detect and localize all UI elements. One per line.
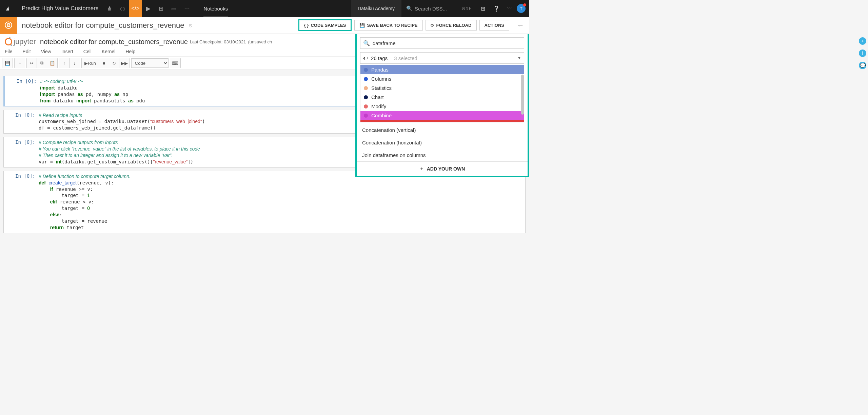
tag-pandas[interactable]: Pandas (360, 65, 524, 74)
run-icon[interactable]: ▶ (142, 0, 155, 17)
tags-count: 26 tags (371, 55, 388, 61)
recipe-icon[interactable]: ⓔ (0, 17, 17, 34)
menu-insert[interactable]: Insert (61, 49, 73, 54)
tag-chart[interactable]: Chart (360, 93, 524, 102)
global-search[interactable]: 🔍 Search DSS... ⌘⇧F (401, 0, 476, 17)
tag-list: Pandas Columns Statistics Chart Modify C… (360, 65, 524, 122)
scrollbar[interactable] (521, 75, 524, 115)
tag-color-dot (364, 104, 368, 108)
add-your-own-button[interactable]: ＋ADD YOUR OWN (357, 161, 528, 176)
apps-icon[interactable]: ⊞ (476, 0, 490, 17)
tag-color-dot (364, 114, 368, 118)
restart-button[interactable]: ↻ (109, 58, 119, 68)
more-icon[interactable]: ⋯ (180, 0, 193, 17)
user-avatar[interactable]: T (517, 4, 526, 13)
braces-icon: { } (304, 23, 309, 28)
save-back-button[interactable]: 💾SAVE BACK TO RECIPE (354, 20, 422, 31)
move-up-button[interactable]: ↑ (59, 58, 70, 68)
search-icon: 🔍 (363, 40, 370, 46)
code-icon[interactable]: </> (129, 0, 142, 17)
dataiku-academy-link[interactable]: Dataiku Academy (351, 0, 401, 17)
project-name[interactable]: Predict High Value Customers (17, 5, 103, 12)
collapse-panel-icon[interactable]: ← (512, 21, 529, 30)
chevron-down-icon: ▼ (517, 56, 521, 60)
cell-prompt: In [0]: (6, 173, 39, 231)
cell-prompt: In [0]: (6, 139, 39, 165)
tag-color-dot (364, 95, 368, 99)
command-palette-button[interactable]: ⌨ (170, 58, 180, 68)
help-icon[interactable]: ❔ (490, 0, 503, 17)
notebook-name[interactable]: notebook editor for compute_customers_re… (40, 38, 188, 46)
jupyter-logo-icon (5, 38, 12, 45)
code-samples-panel: 🔍 🏷 26 tags 3 selected ▼ Pandas Columns … (355, 34, 529, 177)
tag-color-dot (364, 68, 368, 72)
code-cell[interactable]: In [0]: # Define function to compute tar… (3, 171, 526, 233)
tags-filter[interactable]: 🏷 26 tags 3 selected ▼ (360, 52, 524, 64)
activity-icon[interactable]: 〰 (503, 0, 517, 17)
cell-code[interactable]: # Compute recipe outputs from inputs # Y… (39, 139, 200, 165)
sample-results: Concatenation (vertical) Concatenation (… (357, 124, 528, 161)
menu-view[interactable]: View (41, 49, 51, 54)
run-all-button[interactable]: ▶▶ (119, 58, 130, 68)
search-icon: 🔍 (406, 5, 413, 12)
force-reload-button[interactable]: ⟳FORCE RELOAD (426, 20, 477, 31)
cell-code[interactable]: # Define function to compute target colu… (39, 173, 131, 231)
insert-cell-button[interactable]: ＋ (15, 58, 25, 68)
menu-kernel[interactable]: Kernel (102, 49, 115, 54)
run-button[interactable]: ▶ Run (82, 58, 99, 68)
flow-icon[interactable]: ⋔ (103, 0, 116, 17)
cell-type-select[interactable]: Code (131, 58, 169, 68)
paste-cell-button[interactable]: 📋 (47, 58, 57, 68)
search-placeholder: Search DSS... (415, 6, 447, 12)
section-notebooks[interactable]: Notebooks (203, 6, 228, 12)
sample-result[interactable]: Concatenation (horizontal) (357, 136, 528, 149)
cell-prompt: In [0]: (6, 112, 39, 132)
cell-code[interactable]: # -*- coding: utf-8 -*- import dataiku i… (40, 78, 145, 104)
tag-modify[interactable]: Modify (360, 102, 524, 111)
cell-prompt: In [0]: (8, 78, 40, 104)
jupyter-logo: jupyter (5, 37, 36, 46)
save-notebook-button[interactable]: 💾 (2, 58, 13, 68)
tag-columns[interactable]: Columns (360, 74, 524, 83)
menu-file[interactable]: File (5, 49, 13, 54)
cycle-icon[interactable]: ◌ (116, 0, 129, 17)
menu-edit[interactable]: Edit (23, 49, 31, 54)
sample-result[interactable]: Concatenation (vertical) (357, 124, 528, 136)
link-icon[interactable]: ⎋ (189, 22, 192, 28)
tag-color-dot (364, 77, 368, 81)
copy-cell-button[interactable]: ⧉ (37, 58, 47, 68)
tag-statistics[interactable]: Statistics (360, 83, 524, 93)
dashboard-icon[interactable]: ⊞ (155, 0, 167, 17)
search-shortcut: ⌘⇧F (461, 6, 471, 11)
menu-cell[interactable]: Cell (83, 49, 92, 54)
reload-icon: ⟳ (431, 23, 434, 28)
tag-icon: 🏷 (363, 55, 368, 61)
plus-icon: ＋ (419, 166, 424, 172)
code-samples-button[interactable]: { }CODE SAMPLES (298, 19, 352, 31)
tags-selected-count: 3 selected (391, 55, 417, 61)
checkpoint-label: Last Checkpoint: 03/10/2021 (190, 39, 246, 44)
save-status: (unsaved ch (248, 39, 272, 44)
app-logo-icon[interactable] (0, 5, 17, 12)
tag-combine[interactable]: Combine (360, 111, 524, 120)
save-icon: 💾 (359, 23, 365, 28)
interrupt-button[interactable]: ■ (99, 58, 109, 68)
cell-code[interactable]: # Read recipe inputs customers_web_joine… (39, 112, 205, 132)
menu-help[interactable]: Help (125, 49, 135, 54)
move-down-button[interactable]: ↓ (70, 58, 80, 68)
tag-color-dot (364, 86, 368, 90)
actions-button[interactable]: ACTIONS (479, 20, 510, 31)
cut-cell-button[interactable]: ✂ (27, 58, 37, 68)
page-title: notebook editor for compute_customers_re… (17, 21, 189, 30)
samples-search-input[interactable] (373, 40, 521, 46)
panel-icon[interactable]: ▭ (167, 0, 180, 17)
tag-partial-row[interactable] (360, 120, 524, 122)
sample-result[interactable]: Join dataframes on columns (357, 149, 528, 161)
